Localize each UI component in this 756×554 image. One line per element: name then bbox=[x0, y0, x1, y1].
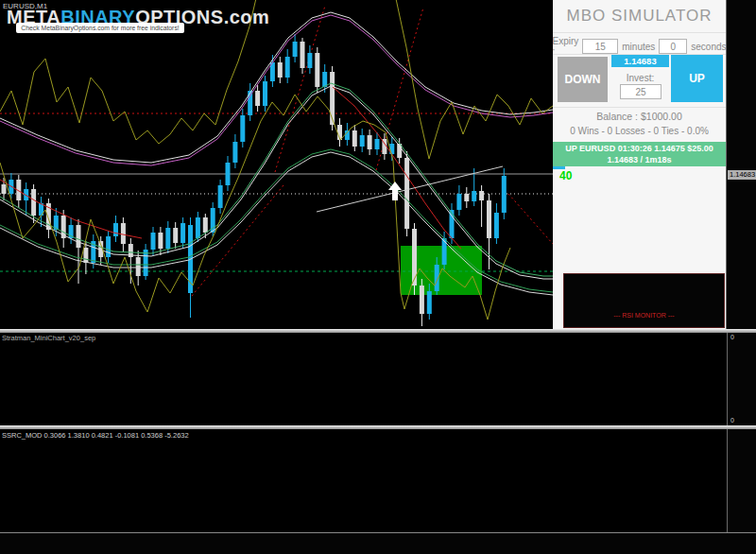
trade-banner-line1: UP EURUSD 01:30:26 1.14675 $25.00 bbox=[553, 143, 726, 154]
open-trade-banner: UP EURUSD 01:30:26 1.14675 $25.00 1.1468… bbox=[553, 142, 726, 166]
trade-banner-line2: 1.14683 / 1m18s bbox=[553, 154, 726, 165]
mbo-simulator-panel: MBO SIMULATOR Expiry : minutes seconds D… bbox=[553, 0, 726, 329]
win-loss-stats: 0 Wins - 0 Losses - 0 Ties - 0.0% bbox=[553, 126, 726, 136]
minutes-label: minutes bbox=[622, 42, 655, 52]
expiry-seconds-input[interactable] bbox=[659, 39, 687, 54]
promo-banner-link[interactable]: Check MetaBinaryOptions.com for more fre… bbox=[16, 23, 184, 33]
divider bbox=[553, 32, 726, 33]
mini-charts-canvas bbox=[0, 333, 727, 425]
trading-platform-window: EURUSD,M1 METABINARYOPTIONS.com Check Me… bbox=[0, 0, 756, 554]
oscillator-canvas bbox=[0, 429, 727, 532]
divider bbox=[553, 107, 726, 108]
oscillator-title: SSRC_MOD 0.3066 1.3810 0.4821 -0.1081 0.… bbox=[2, 431, 189, 440]
expiry-minutes-input[interactable] bbox=[582, 39, 618, 54]
up-arrow-signal bbox=[388, 182, 402, 200]
up-button[interactable]: UP bbox=[671, 55, 723, 102]
oscillator-panel[interactable]: SSRC_MOD 0.3066 1.3810 0.4821 -0.1081 0.… bbox=[0, 429, 727, 532]
seconds-label: seconds bbox=[691, 42, 726, 52]
current-price-display: 1.14683 bbox=[611, 55, 669, 67]
current-price-tag: 1.14683 bbox=[728, 170, 756, 180]
time-axis[interactable] bbox=[0, 532, 756, 554]
red-dotted-diagonals bbox=[192, 6, 553, 296]
mini-charts-panel[interactable]: Stratman_MiniChart_v20_sep bbox=[0, 333, 727, 425]
mini-axis-zero-bottom: 0 bbox=[730, 417, 734, 424]
invest-label: Invest: bbox=[611, 73, 669, 83]
price-axis[interactable]: 1.14683 bbox=[726, 0, 756, 329]
mini-axis: 0 0 bbox=[727, 333, 756, 425]
invest-amount-input[interactable] bbox=[620, 84, 662, 99]
main-chart-canvas[interactable] bbox=[0, 0, 553, 329]
oscillator-axis bbox=[727, 429, 756, 532]
watermark-com: .com bbox=[224, 7, 270, 27]
profit-indicator: 40 bbox=[559, 169, 572, 182]
rsi-monitor-title: --- RSI MONITOR --- bbox=[563, 312, 725, 319]
mini-axis-zero-top: 0 bbox=[730, 334, 734, 340]
mini-indicator-label: Stratman_MiniChart_v20_sep bbox=[2, 334, 95, 342]
simulator-title: MBO SIMULATOR bbox=[553, 7, 726, 26]
rsi-monitor-box bbox=[563, 273, 725, 328]
balance-text: Balance : $1000.00 bbox=[553, 111, 726, 122]
main-chart-panel[interactable]: EURUSD,M1 METABINARYOPTIONS.com Check Me… bbox=[0, 0, 553, 329]
down-button[interactable]: DOWN bbox=[558, 57, 608, 102]
